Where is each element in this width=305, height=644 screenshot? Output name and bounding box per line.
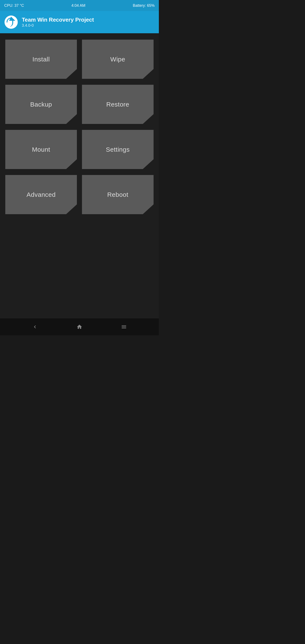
nav-bar xyxy=(0,318,159,335)
restore-button-label: Restore xyxy=(106,101,130,108)
advanced-button[interactable]: Advanced xyxy=(5,175,77,214)
nav-menu-button[interactable] xyxy=(120,323,128,331)
wipe-button-label: Wipe xyxy=(110,56,125,63)
install-button[interactable]: Install xyxy=(5,40,77,79)
menu-icon xyxy=(121,324,127,330)
backup-button-label: Backup xyxy=(30,101,52,108)
settings-button[interactable]: Settings xyxy=(82,130,154,169)
back-icon xyxy=(32,324,38,330)
mount-button[interactable]: Mount xyxy=(5,130,77,169)
button-row-3: Mount Settings xyxy=(5,130,154,169)
app-header: Team Win Recovery Project 3.4.0-0 xyxy=(0,11,159,33)
wipe-button[interactable]: Wipe xyxy=(82,40,154,79)
mount-button-label: Mount xyxy=(32,146,50,153)
install-button-label: Install xyxy=(32,56,50,63)
main-content: Install Wipe Backup Restore Mount Settin… xyxy=(0,33,159,318)
cpu-status: CPU: 37 °C xyxy=(4,4,24,8)
app-logo-icon xyxy=(4,15,18,29)
nav-home-button[interactable] xyxy=(75,323,84,331)
button-row-1: Install Wipe xyxy=(5,40,154,79)
restore-button[interactable]: Restore xyxy=(82,85,154,124)
button-row-4: Advanced Reboot xyxy=(5,175,154,214)
status-bar: CPU: 37 °C 4:04 AM Battery: 65% xyxy=(0,0,159,11)
battery-status: Battery: 65% xyxy=(133,4,154,8)
time-status: 4:04 AM xyxy=(72,4,85,8)
advanced-button-label: Advanced xyxy=(26,191,56,198)
reboot-button-label: Reboot xyxy=(107,191,128,198)
nav-back-button[interactable] xyxy=(31,323,39,331)
app-title: Team Win Recovery Project xyxy=(22,16,94,23)
reboot-button[interactable]: Reboot xyxy=(82,175,154,214)
home-icon xyxy=(76,324,82,330)
backup-button[interactable]: Backup xyxy=(5,85,77,124)
settings-button-label: Settings xyxy=(106,146,130,153)
button-row-2: Backup Restore xyxy=(5,85,154,124)
app-version: 3.4.0-0 xyxy=(22,23,94,28)
app-title-group: Team Win Recovery Project 3.4.0-0 xyxy=(22,16,94,28)
